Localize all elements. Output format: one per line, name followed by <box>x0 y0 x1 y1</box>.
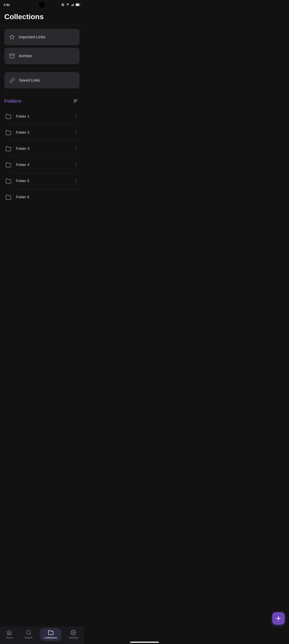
section-divider-2 <box>4 93 80 93</box>
collection-item-important-links[interactable]: Important Links <box>4 29 80 45</box>
folder-list: Folder 1 Folder 2 <box>4 108 80 205</box>
folder-item-4[interactable]: Folder 4 <box>4 157 80 173</box>
svg-rect-3 <box>72 4 73 6</box>
svg-point-21 <box>76 150 76 150</box>
folder-item-1[interactable]: Folder 1 <box>4 108 80 124</box>
more-vertical-icon <box>74 130 78 135</box>
folder-icon-3 <box>4 145 12 153</box>
archive-icon <box>8 52 15 60</box>
status-bar: 7:51 ○ <box>0 0 84 9</box>
collection-item-saved-links[interactable]: Saved Links <box>4 72 80 88</box>
svg-point-23 <box>76 165 76 165</box>
saved-links-section: Saved Links <box>0 70 84 92</box>
svg-text:○: ○ <box>62 4 63 6</box>
more-vertical-icon <box>74 114 78 118</box>
folder-icon-4 <box>4 161 12 169</box>
svg-marker-7 <box>10 35 14 39</box>
important-links-label: Important Links <box>19 35 45 40</box>
svg-point-13 <box>76 115 76 116</box>
svg-rect-2 <box>71 5 72 6</box>
svg-point-17 <box>76 132 76 133</box>
svg-point-16 <box>76 131 76 132</box>
more-vertical-icon <box>74 146 78 151</box>
folder-item-3[interactable]: Folder 3 <box>4 141 80 157</box>
svg-rect-6 <box>76 4 79 6</box>
folder-5-name: Folder 5 <box>16 179 73 183</box>
svg-point-19 <box>76 147 76 148</box>
notification-icon: ○ <box>61 3 64 6</box>
svg-point-20 <box>76 148 76 149</box>
folder-item-6[interactable]: Folder 6 <box>4 189 80 205</box>
star-icon <box>8 34 15 40</box>
svg-point-14 <box>76 116 76 117</box>
battery-icon <box>76 4 80 6</box>
status-icons: ○ <box>61 3 80 6</box>
svg-point-24 <box>76 166 76 166</box>
folder-icon-2 <box>4 128 12 137</box>
wifi-icon <box>66 3 70 6</box>
signal-icon <box>71 3 74 6</box>
folder-2-name: Folder 2 <box>16 130 73 135</box>
svg-point-27 <box>76 182 76 183</box>
folder-4-name: Folder 4 <box>16 163 73 167</box>
link-icon <box>8 77 15 84</box>
svg-rect-8 <box>9 54 15 55</box>
more-vertical-icon <box>74 163 78 167</box>
sort-button[interactable] <box>72 97 80 105</box>
folder-4-more-button[interactable] <box>73 162 80 168</box>
folder-1-more-button[interactable] <box>73 113 80 120</box>
folder-5-more-button[interactable] <box>73 178 80 184</box>
collection-item-archive[interactable]: Archive <box>4 48 80 64</box>
sort-icon <box>73 99 78 104</box>
camera-notch <box>39 2 45 8</box>
folder-item-2[interactable]: Folder 2 <box>4 124 80 141</box>
folder-item-5[interactable]: Folder 5 <box>4 173 80 189</box>
svg-rect-4 <box>73 4 73 6</box>
folder-3-name: Folder 3 <box>16 146 73 151</box>
folder-icon-5 <box>4 177 12 185</box>
folder-icon-6 <box>4 193 12 201</box>
svg-point-15 <box>76 118 76 118</box>
svg-point-25 <box>76 180 76 180</box>
folder-icon-1 <box>4 112 12 120</box>
folder-6-name: Folder 6 <box>16 195 80 199</box>
folder-2-more-button[interactable] <box>73 129 80 136</box>
svg-point-26 <box>76 181 76 182</box>
saved-links-label: Saved Links <box>19 78 40 83</box>
folders-title: Folders <box>4 98 21 104</box>
status-time: 7:51 <box>3 3 10 7</box>
archive-label: Archive <box>19 54 32 58</box>
more-vertical-icon <box>74 179 78 183</box>
svg-point-22 <box>76 163 76 164</box>
page-title: Collections <box>0 9 84 25</box>
folder-3-more-button[interactable] <box>73 145 80 152</box>
svg-point-18 <box>76 134 76 134</box>
collection-list: Important Links Archive <box>0 26 84 68</box>
folder-1-name: Folder 1 <box>16 114 73 118</box>
folders-header: Folders <box>4 97 80 105</box>
folders-section: Folders Folder 1 <box>0 94 84 205</box>
section-divider-1 <box>4 68 80 69</box>
